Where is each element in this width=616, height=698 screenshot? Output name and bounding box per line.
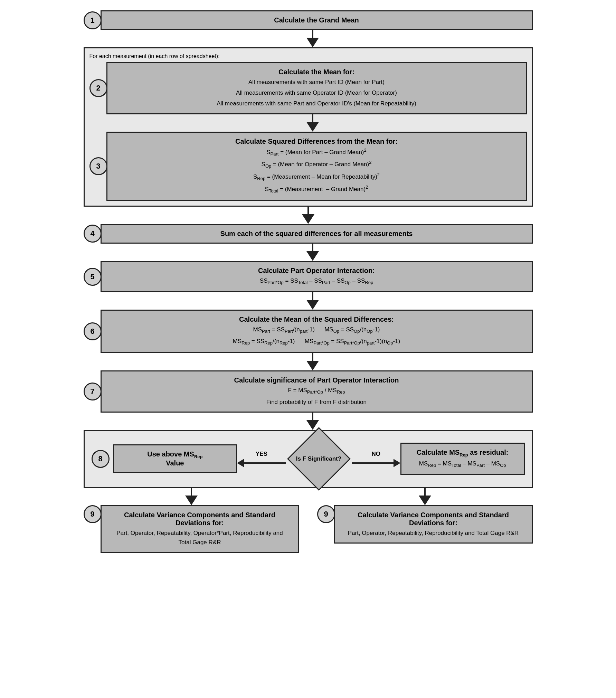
step3-line1: SPart = (Mean for Part – Grand Mean)2 — [116, 147, 518, 158]
no-arrow-container: NO — [352, 451, 400, 467]
arrow2 — [98, 114, 527, 132]
arrow-line3 — [307, 207, 309, 214]
arrow-head6 — [306, 361, 319, 370]
step7-line2: Find probability of F from F distributio… — [110, 397, 523, 407]
no-arrowhead — [394, 459, 400, 467]
step2-title: Calculate the Mean for: — [116, 68, 518, 76]
step3-row: 3 Calculate Squared Differences from the… — [89, 132, 527, 201]
step5-box: Calculate Part Operator Interaction: SSP… — [101, 261, 533, 292]
step7-line1: F = MSPart*Op / MSRep — [110, 386, 523, 396]
arrow-line6 — [312, 353, 313, 361]
step9-left-circle: 9 — [84, 505, 102, 523]
step6-row: 6 Calculate the Mean of the Squared Diff… — [84, 310, 533, 353]
step8-container: 8 Use above MSRepValue YES — [84, 430, 533, 488]
step1-row: 1 Calculate the Grand Mean — [84, 10, 533, 30]
step3-line3: SRep = (Measurement – Mean for Repeatabi… — [116, 171, 518, 182]
no-arrow — [352, 459, 400, 467]
step4-row: 4 Sum each of the squared differences fo… — [84, 224, 533, 244]
step8-left-box: Use above MSRepValue — [113, 444, 237, 473]
step4-title: Sum each of the squared differences for … — [220, 230, 413, 237]
step2-wrapper: Calculate the Mean for: All measurements… — [106, 62, 527, 114]
step8-right-box: Calculate MSRep as residual: MSRep = MST… — [400, 443, 525, 475]
step7-row: 7 Calculate significance of Part Operato… — [84, 370, 533, 413]
step3-box: Calculate Squared Differences from the M… — [106, 132, 527, 201]
step5-wrapper: Calculate Part Operator Interaction: SSP… — [101, 261, 533, 292]
arrow-head3 — [302, 214, 314, 224]
step9-right-row: 9 Calculate Variance Components and Stan… — [317, 505, 533, 544]
arrow-line7 — [312, 413, 313, 420]
step7-box: Calculate significance of Part Operator … — [101, 370, 533, 413]
outer-box: For each measurement (in each row of spr… — [84, 47, 533, 207]
flowchart: 1 Calculate the Grand Mean For each meas… — [84, 10, 533, 553]
left-arrow — [185, 488, 198, 505]
step8-header: 8 Use above MSRepValue YES — [92, 436, 525, 481]
step2-box: Calculate the Mean for: All measurements… — [106, 62, 527, 114]
step9-right-wrapper: Calculate Variance Components and Standa… — [334, 505, 533, 544]
no-label: NO — [371, 451, 380, 458]
step7-title: Calculate significance of Part Operator … — [110, 376, 523, 384]
yes-arrow-container: YES — [237, 451, 286, 467]
arrow3 — [302, 207, 314, 224]
arrow4 — [306, 244, 319, 261]
step4-circle: 4 — [84, 225, 102, 243]
step4-box: Sum each of the squared differences for … — [101, 224, 533, 244]
step8-decision-row: Use above MSRepValue YES Is F Significan… — [113, 436, 525, 481]
left-arrow-head — [185, 496, 198, 505]
arrow-head2 — [306, 122, 319, 132]
arrow-head4 — [306, 251, 319, 261]
arrow-line5 — [312, 292, 313, 300]
step1-wrapper: Calculate the Grand Mean — [101, 10, 533, 30]
step1-box: Calculate the Grand Mean — [101, 10, 533, 30]
step9-right-circle: 9 — [317, 505, 335, 523]
step2-line2: All measurements with same Operator ID (… — [116, 88, 518, 97]
step3-line4: STotal = (Measurement – Grand Mean)2 — [116, 184, 518, 195]
step9-right-box: Calculate Variance Components and Standa… — [334, 505, 533, 544]
arrow5 — [306, 292, 319, 310]
step9-left-row: 9 Calculate Variance Components and Stan… — [84, 505, 299, 553]
step3-line2: SOp = (Mean for Operator – Grand Mean)2 — [116, 159, 518, 170]
arrow6 — [306, 353, 319, 370]
step3-circle: 3 — [89, 157, 107, 175]
right-arrow-line — [424, 488, 426, 496]
branch-right: 9 Calculate Variance Components and Stan… — [317, 488, 533, 544]
yes-label: YES — [256, 451, 267, 458]
step5-title: Calculate Part Operator Interaction: — [110, 267, 523, 275]
no-arrow-line — [352, 462, 394, 464]
step2-line3: All measurements with same Part and Oper… — [116, 99, 518, 108]
step4-wrapper: Sum each of the squared differences for … — [101, 224, 533, 244]
step2-line1: All measurements with same Part ID (Mean… — [116, 77, 518, 87]
step5-circle: 5 — [84, 268, 102, 286]
yes-arrow — [237, 459, 286, 467]
arrow-line — [312, 30, 313, 38]
left-arrow-line — [191, 488, 192, 496]
step1-circle: 1 — [84, 11, 102, 29]
arrow-head5 — [306, 300, 319, 310]
arrow7 — [306, 413, 319, 430]
step2-circle: 2 — [89, 79, 107, 97]
step1-title: Calculate the Grand Mean — [274, 16, 359, 24]
diamond-wrapper: Is F Significant? — [286, 436, 352, 481]
step3-title: Calculate Squared Differences from the M… — [116, 138, 518, 145]
arrow-line2 — [312, 114, 313, 122]
right-arrow-head — [419, 496, 431, 505]
step7-wrapper: Calculate significance of Part Operator … — [101, 370, 533, 413]
step8-left-title: Use above MSRepValue — [120, 450, 230, 467]
bottom-section: 9 Calculate Variance Components and Stan… — [84, 488, 533, 553]
step5-row: 5 Calculate Part Operator Interaction: S… — [84, 261, 533, 292]
arrow-head7 — [306, 420, 319, 430]
step9-right-title: Calculate Variance Components and Standa… — [343, 511, 523, 527]
step6-box: Calculate the Mean of the Squared Differ… — [101, 310, 533, 353]
step9-left-title: Calculate Variance Components and Standa… — [110, 511, 290, 527]
step8-right-title: Calculate MSRep as residual: — [408, 449, 518, 458]
right-arrow — [419, 488, 431, 505]
step6-circle: 6 — [84, 322, 102, 340]
arrow-head — [306, 38, 319, 47]
step9-left-box: Calculate Variance Components and Standa… — [101, 505, 299, 553]
outer-label: For each measurement (in each row of spr… — [89, 53, 527, 59]
arrow-line4 — [312, 244, 313, 251]
step8-right-line: MSRep = MSTotal – MSPart – MSOp — [408, 459, 518, 469]
step2-row: 2 Calculate the Mean for: All measuremen… — [89, 62, 527, 114]
branch-left: 9 Calculate Variance Components and Stan… — [84, 488, 299, 553]
step6-line2: MSRep = SSRep/(nRep-1) MSPart*Op = SSPar… — [110, 337, 523, 347]
step6-title: Calculate the Mean of the Squared Differ… — [110, 315, 523, 323]
